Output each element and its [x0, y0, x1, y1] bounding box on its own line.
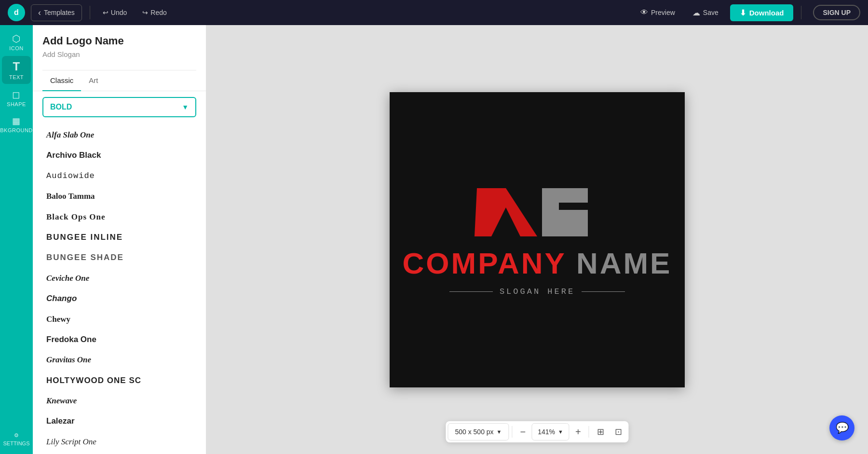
- canvas-size-button[interactable]: 500 x 500 px ▼: [448, 423, 509, 440]
- download-icon: [740, 8, 746, 17]
- toolbar-divider-1: [512, 426, 512, 438]
- divider-1: [90, 6, 90, 19]
- signup-button[interactable]: SIGN UP: [813, 5, 860, 20]
- font-item-holtywood-one-sc[interactable]: HOLTYWOOD ONE SC: [33, 371, 206, 391]
- font-item-lalezar[interactable]: Lalezar: [33, 411, 206, 431]
- chevron-down-icon-zoom: ▼: [558, 429, 563, 435]
- text-icon: T: [13, 61, 20, 72]
- font-item-ceviche-one[interactable]: Ceviche One: [33, 268, 206, 289]
- undo-icon: [103, 9, 108, 16]
- svg-rect-12: [542, 188, 559, 223]
- bottom-toolbar: 500 x 500 px ▼ − 141% ▼ + ⊞ ⊡: [446, 421, 628, 442]
- font-item-fredoka-one[interactable]: Fredoka One: [33, 330, 206, 350]
- settings-icon: ⚙: [14, 432, 19, 439]
- panel-subtitle: Add Slogan: [42, 50, 196, 58]
- preview-button[interactable]: Preview: [635, 5, 681, 20]
- canvas-box[interactable]: COMPANY NAME SLOGAN HERE: [390, 92, 685, 387]
- vs-logo-svg: [470, 183, 605, 246]
- zoom-level-button[interactable]: 141% ▼: [531, 423, 570, 440]
- panel-header: Add Logo Name Add Slogan: [33, 25, 206, 70]
- font-item-black-ops-one[interactable]: Black Ops One: [33, 207, 206, 227]
- tab-bar: Classic Art: [33, 70, 206, 91]
- plus-icon: +: [575, 426, 581, 438]
- font-item-baloo-tamma[interactable]: Baloo Tamma: [33, 186, 206, 206]
- redo-icon: [142, 9, 148, 16]
- company-name-red: COMPANY: [403, 246, 576, 280]
- minus-icon: −: [520, 426, 526, 438]
- sidebar-item-text[interactable]: T TEXT: [2, 56, 31, 84]
- divider-2: [801, 6, 801, 19]
- font-item-chango[interactable]: Chango: [33, 289, 206, 309]
- canvas-area: COMPANY NAME SLOGAN HERE 500 x 500 px ▼: [206, 25, 868, 454]
- font-style-dropdown[interactable]: BOLD ▼: [42, 97, 196, 117]
- fit-icon: ⊡: [615, 426, 622, 437]
- chat-icon: 💬: [836, 422, 849, 434]
- fit-view-button[interactable]: ⊡: [610, 423, 627, 440]
- slogan-text: SLOGAN HERE: [500, 287, 575, 296]
- sidebar-item-bkground[interactable]: ▦ BKGROUND: [2, 112, 31, 137]
- grid-icon: ⊞: [597, 426, 604, 437]
- svg-marker-8: [475, 188, 537, 236]
- main-layout: ⬡ ICON T TEXT ◻ SHAPE ▦ BKGROUND ⚙ SETTI…: [0, 25, 868, 454]
- sidebar-item-shape[interactable]: ◻ SHAPE: [2, 85, 31, 111]
- sidebar-item-settings[interactable]: ⚙ SETTINGS: [2, 427, 31, 450]
- font-item-knewave[interactable]: Knewave: [33, 391, 206, 411]
- slogan-row: SLOGAN HERE: [449, 287, 625, 296]
- grid-view-button[interactable]: ⊞: [592, 423, 609, 440]
- chat-bubble-button[interactable]: 💬: [829, 415, 854, 440]
- topbar: d Templates Undo Redo Preview Save Downl…: [0, 0, 868, 25]
- panel: Add Logo Name Add Slogan Classic Art BOL…: [33, 25, 206, 454]
- font-item-alfa-slab-one[interactable]: Alfa Slab One: [33, 125, 206, 145]
- icon-sidebar: ⬡ ICON T TEXT ◻ SHAPE ▦ BKGROUND ⚙ SETTI…: [0, 25, 33, 454]
- bkground-icon: ▦: [12, 117, 21, 125]
- tab-classic[interactable]: Classic: [42, 70, 81, 91]
- sidebar-item-icon[interactable]: ⬡ ICON: [2, 29, 31, 55]
- toolbar-divider-2: [589, 426, 589, 438]
- font-item-gravitas-one[interactable]: Gravitas One: [33, 350, 206, 370]
- canvas-wrapper: COMPANY NAME SLOGAN HERE: [390, 92, 685, 387]
- cloud-icon: [692, 8, 700, 17]
- app-logo: d: [8, 4, 25, 21]
- templates-button[interactable]: Templates: [31, 4, 82, 21]
- dropdown-arrow-icon: ▼: [182, 103, 189, 111]
- font-item-chewy[interactable]: Chewy: [33, 309, 206, 330]
- font-item-archivo-black[interactable]: Archivo Black: [33, 145, 206, 165]
- download-button[interactable]: Download: [730, 4, 794, 21]
- font-list: Alfa Slab One Archivo Black Audiowide Ba…: [33, 123, 206, 454]
- icon-icon: ⬡: [12, 34, 21, 43]
- slogan-line-right: [582, 291, 625, 292]
- zoom-in-button[interactable]: +: [570, 423, 586, 440]
- tab-art[interactable]: Art: [81, 70, 106, 91]
- eye-icon: [640, 8, 648, 17]
- svg-rect-13: [571, 210, 588, 236]
- panel-title: Add Logo Name: [42, 35, 196, 47]
- font-item-bungee-shade[interactable]: BUNGEE SHADE: [33, 248, 206, 268]
- company-name-gray: NAME: [576, 246, 672, 280]
- shape-icon: ◻: [12, 90, 21, 99]
- font-item-lily-script-one[interactable]: Lily Script One: [33, 432, 206, 452]
- zoom-out-button[interactable]: −: [515, 423, 530, 440]
- save-button[interactable]: Save: [687, 5, 724, 20]
- slogan-line-left: [449, 291, 493, 292]
- font-item-audiowide[interactable]: Audiowide: [33, 166, 206, 186]
- font-item-bungee-inline[interactable]: BUNGEE INLINE: [33, 227, 206, 248]
- undo-button[interactable]: Undo: [98, 6, 132, 19]
- redo-button[interactable]: Redo: [137, 6, 171, 19]
- back-icon: [38, 8, 41, 18]
- chevron-down-icon: ▼: [497, 429, 502, 435]
- company-name-row: COMPANY NAME: [403, 246, 672, 280]
- dropdown-wrapper: BOLD ▼: [33, 91, 206, 123]
